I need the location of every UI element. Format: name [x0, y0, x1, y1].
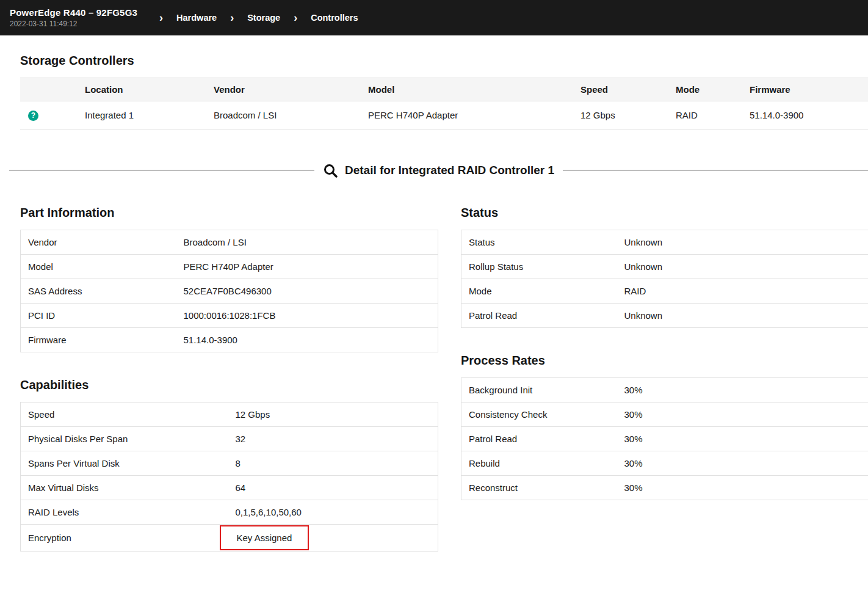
controller-row[interactable]: ? Integrated 1 Broadcom / LSI PERC H740P… [20, 101, 868, 129]
part-information-section: Part Information VendorBroadcom / LSIMod… [20, 206, 438, 352]
kv-label: Background Init [461, 377, 617, 402]
kv-label: Status [461, 230, 617, 254]
kv-row: Physical Disks Per Span32 [21, 426, 438, 451]
divider-line [9, 170, 314, 171]
kv-label: Reconstruct [461, 475, 617, 500]
kv-value: 30% [617, 451, 868, 475]
detail-title: Detail for Integrated RAID Controller 1 [345, 164, 554, 177]
breadcrumb: › Hardware › Storage › Controllers [146, 12, 358, 23]
kv-label: Mode [461, 279, 617, 303]
detail-right-column: Status StatusUnknownRollup StatusUnknown… [461, 202, 868, 500]
process-rates-section: Process Rates Background Init30%Consiste… [461, 354, 868, 500]
controller-speed: 12 Gbps [574, 101, 670, 129]
chevron-right-icon: › [159, 12, 163, 23]
kv-value: 30% [617, 475, 868, 500]
column-header-mode: Mode [670, 78, 743, 101]
kv-row: Rollup StatusUnknown [461, 254, 868, 279]
kv-row: StatusUnknown [461, 230, 868, 254]
kv-label: Spans Per Virtual Disk [21, 451, 228, 475]
kv-label: PCI ID [21, 303, 176, 327]
divider-line [563, 170, 868, 171]
kv-value: Key Assigned [228, 524, 438, 551]
kv-value: PERC H740P Adapter [176, 254, 438, 279]
kv-label: Rollup Status [461, 254, 617, 279]
kv-row: Reconstruct30% [461, 475, 868, 500]
status-section: Status StatusUnknownRollup StatusUnknown… [461, 206, 868, 328]
kv-value: 30% [617, 426, 868, 451]
kv-row: EncryptionKey Assigned [21, 524, 438, 551]
kv-value: 30% [617, 377, 868, 402]
kv-label: Patrol Read [461, 303, 617, 327]
column-header-firmware: Firmware [743, 78, 868, 101]
chevron-right-icon: › [294, 12, 297, 23]
system-title-block[interactable]: PowerEdge R440 – 92FG5G3 2022-03-31 11:4… [10, 7, 137, 28]
part-information-table: VendorBroadcom / LSIModelPERC H740P Adap… [20, 230, 438, 352]
breadcrumb-hardware[interactable]: Hardware [176, 13, 217, 23]
capabilities-title: Capabilities [20, 378, 438, 392]
controller-firmware: 51.14.0-3900 [743, 101, 868, 129]
kv-value: 64 [228, 475, 438, 500]
controllers-header-row: Location Vendor Model Speed Mode Firmwar… [20, 78, 868, 101]
storage-controllers-table: Location Vendor Model Speed Mode Firmwar… [20, 78, 868, 129]
kv-row: Patrol Read30% [461, 426, 868, 451]
kv-row: Background Init30% [461, 377, 868, 402]
kv-row: Patrol ReadUnknown [461, 303, 868, 327]
kv-label: Consistency Check [461, 402, 617, 426]
help-icon[interactable]: ? [28, 111, 38, 121]
kv-row: Spans Per Virtual Disk8 [21, 451, 438, 475]
kv-label: Firmware [21, 327, 176, 352]
kv-label: Speed [21, 402, 228, 426]
kv-row: ModelPERC H740P Adapter [21, 254, 438, 279]
status-table: StatusUnknownRollup StatusUnknownModeRAI… [461, 230, 868, 328]
highlighted-value-box: Key Assigned [220, 525, 309, 550]
kv-row: Rebuild30% [461, 451, 868, 475]
kv-row: VendorBroadcom / LSI [21, 230, 438, 254]
kv-label: Model [21, 254, 176, 279]
kv-value: Unknown [617, 303, 868, 327]
controller-location: Integrated 1 [79, 101, 208, 129]
breadcrumb-storage[interactable]: Storage [247, 13, 280, 23]
kv-value: 12 Gbps [228, 402, 438, 426]
kv-value: RAID [617, 279, 868, 303]
top-nav-bar: PowerEdge R440 – 92FG5G3 2022-03-31 11:4… [0, 0, 868, 35]
capabilities-section: Capabilities Speed12 GbpsPhysical Disks … [20, 378, 438, 552]
kv-label: RAID Levels [21, 500, 228, 524]
kv-label: SAS Address [21, 279, 176, 303]
kv-row: Max Virtual Disks64 [21, 475, 438, 500]
kv-value: 30% [617, 402, 868, 426]
controller-model: PERC H740P Adapter [362, 101, 574, 129]
controller-mode: RAID [670, 101, 743, 129]
system-timestamp: 2022-03-31 11:49:12 [10, 20, 137, 28]
column-header-model: Model [362, 78, 574, 101]
controller-vendor: Broadcom / LSI [208, 101, 362, 129]
kv-value: 32 [228, 426, 438, 451]
kv-label: Encryption [21, 524, 228, 551]
kv-row: PCI ID1000:0016:1028:1FCB [21, 303, 438, 327]
page-title: Storage Controllers [20, 54, 868, 68]
kv-row: Consistency Check30% [461, 402, 868, 426]
kv-value: 0,1,5,6,10,50,60 [228, 500, 438, 524]
kv-row: ModeRAID [461, 279, 868, 303]
kv-value: Unknown [617, 230, 868, 254]
kv-label: Rebuild [461, 451, 617, 475]
detail-section-divider: Detail for Integrated RAID Controller 1 [20, 163, 868, 178]
capabilities-table: Speed12 GbpsPhysical Disks Per Span32Spa… [20, 402, 438, 552]
kv-value: 8 [228, 451, 438, 475]
column-header-speed: Speed [574, 78, 670, 101]
kv-label: Max Virtual Disks [21, 475, 228, 500]
breadcrumb-controllers[interactable]: Controllers [311, 13, 358, 23]
kv-value: 51.14.0-3900 [176, 327, 438, 352]
status-title: Status [461, 206, 868, 220]
column-header-help [20, 78, 79, 101]
system-title: PowerEdge R440 – 92FG5G3 [10, 7, 137, 18]
column-header-location: Location [79, 78, 208, 101]
kv-label: Vendor [21, 230, 176, 254]
kv-row: SAS Address52CEA7F0BC496300 [21, 279, 438, 303]
detail-section-header: Detail for Integrated RAID Controller 1 [314, 163, 563, 178]
kv-value: Unknown [617, 254, 868, 279]
kv-row: RAID Levels0,1,5,6,10,50,60 [21, 500, 438, 524]
controller-help-cell: ? [20, 101, 79, 129]
column-header-vendor: Vendor [208, 78, 362, 101]
kv-row: Firmware51.14.0-3900 [21, 327, 438, 352]
process-rates-title: Process Rates [461, 354, 868, 368]
